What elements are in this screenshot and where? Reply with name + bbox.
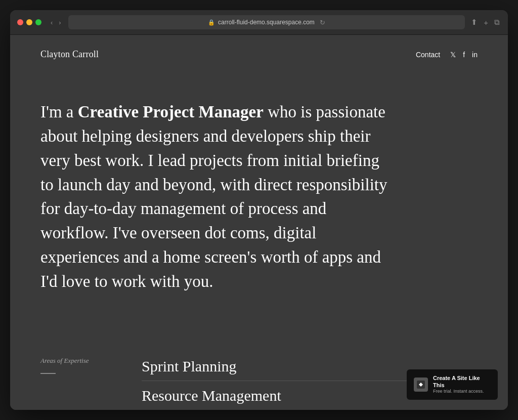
forward-button[interactable]: › bbox=[57, 18, 63, 27]
browser-actions: ⬆ + ⧉ bbox=[470, 17, 501, 28]
contact-link[interactable]: Contact bbox=[416, 51, 440, 59]
cta-sub-text: Free trial. Instant access. bbox=[433, 389, 491, 395]
cta-text: Create A Site Like This Free trial. Inst… bbox=[433, 374, 491, 395]
expertise-label: Areas of Expertise bbox=[40, 357, 142, 365]
hero-text-before: I'm a bbox=[40, 103, 78, 121]
lock-icon: 🔒 bbox=[208, 19, 215, 26]
expertise-sidebar: Areas of Expertise bbox=[40, 352, 142, 374]
hero-text: I'm a Creative Project Manager who is pa… bbox=[40, 100, 395, 294]
browser-chrome: ‹ › 🔒 carroll-fluid-demo.squarespace.com… bbox=[10, 10, 508, 35]
browser-window: ‹ › 🔒 carroll-fluid-demo.squarespace.com… bbox=[10, 10, 508, 410]
site-title: Clayton Carroll bbox=[40, 49, 99, 60]
close-button[interactable] bbox=[17, 19, 23, 25]
squarespace-logo bbox=[414, 377, 428, 392]
maximize-button[interactable] bbox=[35, 19, 41, 25]
browser-controls: ‹ › bbox=[49, 18, 63, 27]
site-nav: Clayton Carroll Contact 𝕏 f in bbox=[10, 35, 508, 70]
reload-icon: ↻ bbox=[320, 19, 325, 26]
website-content: Clayton Carroll Contact 𝕏 f in I'm a Cre… bbox=[10, 35, 508, 410]
tabs-button[interactable]: ⧉ bbox=[493, 17, 501, 28]
hero-bold-text: Creative Project Manager bbox=[78, 103, 264, 121]
share-button[interactable]: ⬆ bbox=[470, 17, 479, 28]
back-button[interactable]: ‹ bbox=[49, 18, 55, 27]
expertise-divider bbox=[40, 373, 56, 374]
social-icons: 𝕏 f in bbox=[450, 51, 478, 59]
minimize-button[interactable] bbox=[26, 19, 32, 25]
squarespace-cta[interactable]: Create A Site Like This Free trial. Inst… bbox=[407, 369, 498, 400]
cta-main-text: Create A Site Like This bbox=[433, 374, 491, 389]
address-bar[interactable]: 🔒 carroll-fluid-demo.squarespace.com ↻ bbox=[68, 15, 465, 29]
linkedin-icon[interactable]: in bbox=[472, 51, 478, 59]
facebook-icon[interactable]: f bbox=[463, 51, 465, 59]
new-tab-button[interactable]: + bbox=[483, 17, 489, 28]
traffic-lights bbox=[17, 19, 41, 25]
twitter-icon[interactable]: 𝕏 bbox=[450, 51, 456, 59]
url-text: carroll-fluid-demo.squarespace.com bbox=[218, 19, 315, 26]
hero-text-after: who is passionate about helping designer… bbox=[40, 103, 387, 290]
nav-right: Contact 𝕏 f in bbox=[416, 51, 478, 59]
